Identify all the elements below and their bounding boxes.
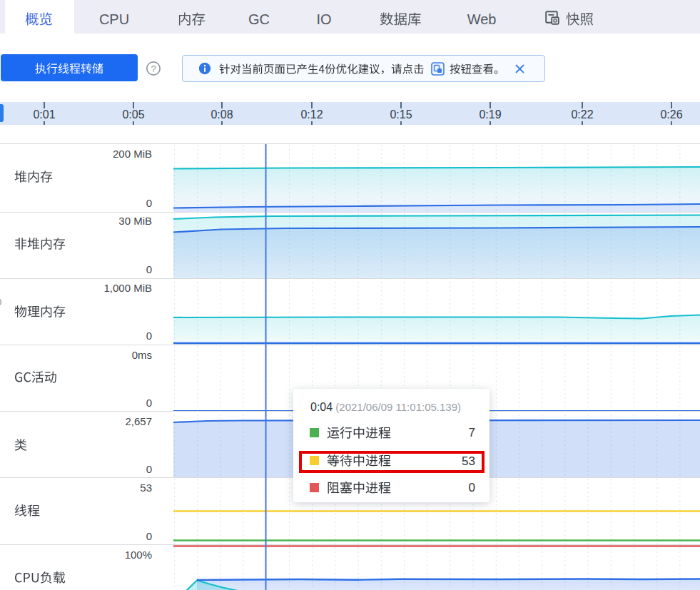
- svg-text:?: ?: [151, 63, 156, 74]
